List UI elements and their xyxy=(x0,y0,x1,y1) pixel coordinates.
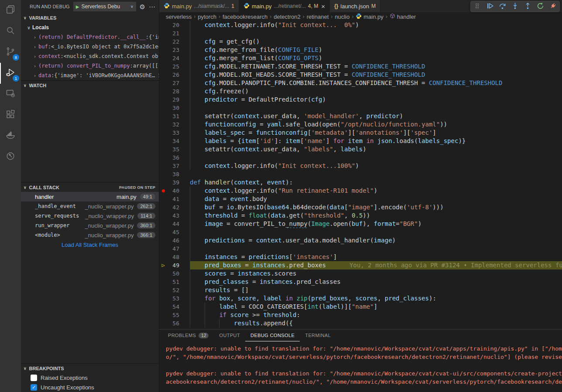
gutter[interactable]: 43 xyxy=(159,211,190,220)
gutter[interactable]: 35 xyxy=(159,145,190,153)
code-line[interactable]: 22cfg = get_cfg() xyxy=(159,37,562,46)
variable-row[interactable]: ›context: <nuclio_sdk.context.Context ob… xyxy=(21,51,159,61)
code-line[interactable]: 20context.logger.info("Init context... 0… xyxy=(159,21,562,29)
code-line[interactable]: 42buf = io.BytesIO(base64.b64decode(data… xyxy=(159,203,562,211)
code-text[interactable]: instances = predictions['instances'] xyxy=(190,253,562,261)
editor-tab-launch.json[interactable]: {}launch.jsonM xyxy=(330,0,380,12)
gutter[interactable]: 27 xyxy=(159,79,190,87)
code-line[interactable]: 35setattr(context.user_data, "labels", l… xyxy=(159,145,562,153)
panel-tab-output[interactable]: OUTPUT xyxy=(214,330,245,341)
gutter[interactable]: 22 xyxy=(159,37,190,46)
code-text[interactable]: cfg.freeze() xyxy=(190,87,562,95)
code-text[interactable]: scores = instances.scores xyxy=(190,269,562,278)
checkbox-unchecked[interactable] xyxy=(31,375,37,381)
editor-tab-main.py[interactable]: main.py.../retinanet/...4, M× xyxy=(239,0,330,12)
code-text[interactable]: cfg.MODEL.ROI_HEADS.SCORE_THRESH_TEST = … xyxy=(190,71,562,79)
code-text[interactable]: cfg.MODEL.RETINANET.SCORE_THRESH_TEST = … xyxy=(190,62,562,71)
gutter[interactable]: 37 xyxy=(159,162,190,170)
variable-row[interactable]: ›buf: <_io.BytesIO object at 0x7f5a2dc1e… xyxy=(21,42,159,51)
current-step-icon[interactable]: ▷ xyxy=(159,261,167,269)
gutter[interactable]: 39 xyxy=(159,178,190,187)
breadcrumb-item-nuclio[interactable]: nuclio xyxy=(335,14,350,20)
gutter[interactable]: ▷49 xyxy=(159,261,190,269)
code-line[interactable]: 26cfg.MODEL.ROI_HEADS.SCORE_THRESH_TEST … xyxy=(159,71,562,79)
code-text[interactable]: def handler(context, event): xyxy=(190,178,562,187)
variables-scope-locals[interactable]: ∨ Locals xyxy=(21,23,159,32)
gutter[interactable]: 33 xyxy=(159,129,190,137)
gutter[interactable]: 44 xyxy=(159,220,190,228)
code-line[interactable]: 50scores = instances.scores xyxy=(159,269,562,278)
gutter[interactable]: 30 xyxy=(159,104,190,112)
gutter[interactable]: 50 xyxy=(159,269,190,278)
code-line[interactable]: 32functionconfig = yaml.safe_load(open("… xyxy=(159,120,562,129)
gutter[interactable]: ●40 xyxy=(159,187,190,195)
code-text[interactable]: predictions = context.user_data.model_ha… xyxy=(190,236,562,245)
variable-row[interactable]: ›(return) DefaultPredictor.__call__: {'i… xyxy=(21,32,159,42)
activity-source-control[interactable]: 8 xyxy=(0,42,21,63)
code-text[interactable]: cfg.MODEL.PANOPTIC_FPN.COMBINE.INSTANCES… xyxy=(190,79,562,87)
code-text[interactable]: cfg.merge_from_list(CONFIG_OPTS) xyxy=(190,54,562,62)
activity-gitlens[interactable] xyxy=(0,147,21,167)
code-line[interactable]: 51pred_classes = instances.pred_classes xyxy=(159,278,562,286)
call-stack-section-header[interactable]: ∨ CALL STACK PAUSED ON STEP xyxy=(21,182,159,192)
panel-tab-terminal[interactable]: TERMINAL xyxy=(300,330,336,341)
code-text[interactable]: cfg.merge_from_file(CONFIG_FILE) xyxy=(190,46,562,54)
breakpoints-section-header[interactable]: ∨ BREAKPOINTS xyxy=(21,363,159,373)
breakpoint-row[interactable]: ✓Uncaught Exceptions xyxy=(21,382,159,392)
gutter[interactable]: 28 xyxy=(159,87,190,95)
code-line[interactable]: ▷49pred_boxes = instances.pred_boxesYou,… xyxy=(159,261,562,269)
gutter[interactable]: 47 xyxy=(159,245,190,253)
more-actions-icon[interactable]: ⋯ xyxy=(149,3,155,10)
breadcrumb-item-retinanet[interactable]: retinanet xyxy=(307,14,329,20)
breadcrumb-item-handler[interactable]: handler xyxy=(390,13,416,20)
gutter[interactable]: 56 xyxy=(159,319,190,327)
code-line[interactable]: 34labels = {item['id']: item['name'] for… xyxy=(159,137,562,145)
code-line[interactable]: 45 xyxy=(159,228,562,236)
gutter[interactable]: 42 xyxy=(159,203,190,211)
step-over-button[interactable] xyxy=(499,2,506,11)
code-line[interactable]: 24cfg.merge_from_list(CONFIG_OPTS) xyxy=(159,54,562,62)
code-text[interactable]: pred_boxes = instances.pred_boxesYou, 2 … xyxy=(190,261,562,269)
gutter[interactable]: 26 xyxy=(159,71,190,79)
gutter[interactable]: 34 xyxy=(159,137,190,145)
disconnect-button[interactable] xyxy=(549,2,557,11)
toolbar-drag-handle[interactable] xyxy=(473,2,481,11)
gutter[interactable]: 46 xyxy=(159,236,190,245)
activity-explorer[interactable] xyxy=(0,0,21,21)
breakpoint-icon[interactable]: ● xyxy=(159,187,167,195)
code-text[interactable]: data = event.body xyxy=(190,195,562,203)
gutter[interactable]: 41 xyxy=(159,195,190,203)
activity-extensions[interactable] xyxy=(0,105,21,126)
gutter[interactable]: 45 xyxy=(159,228,190,236)
gutter[interactable]: 32 xyxy=(159,120,190,129)
code-line[interactable]: 30 xyxy=(159,104,562,112)
code-line[interactable]: ●40context.logger.info("Run retinanet-R1… xyxy=(159,187,562,195)
activity-remote-explorer[interactable] xyxy=(0,84,21,105)
breadcrumb-item-detectron2[interactable]: detectron2 xyxy=(274,14,300,20)
code-line[interactable]: 21 xyxy=(159,29,562,37)
code-text[interactable]: buf = io.BytesIO(base64.b64decode(data["… xyxy=(190,203,562,211)
gutter[interactable]: 53 xyxy=(159,294,190,303)
stack-frame-row[interactable]: serve_requests_nuclio_wrapper.py114:1 xyxy=(21,211,159,221)
code-line[interactable]: 37context.logger.info("Init context...10… xyxy=(159,162,562,170)
code-text[interactable]: label = COCO_CATEGORIES[int(label)]["nam… xyxy=(190,303,562,311)
code-line[interactable]: 28cfg.freeze() xyxy=(159,87,562,95)
breadcrumb-item-main.py[interactable]: main.py xyxy=(356,13,384,20)
stack-frame-row[interactable]: run_wrapper_nuclio_wrapper.py360:1 xyxy=(21,221,159,230)
code-text[interactable]: cfg = get_cfg() xyxy=(190,37,562,46)
code-line[interactable]: 29predictor = DefaultPredictor(cfg) xyxy=(159,95,562,104)
code-line[interactable]: 55if score >= threshold: xyxy=(159,311,562,319)
code-text[interactable]: context.logger.info("Init context...100%… xyxy=(190,162,562,170)
code-line[interactable]: 54label = COCO_CATEGORIES[int(label)]["n… xyxy=(159,303,562,311)
gutter[interactable]: 55 xyxy=(159,311,190,319)
code-text[interactable]: if score >= threshold: xyxy=(190,311,562,319)
activity-run-and-debug[interactable]: 1 xyxy=(0,63,21,84)
code-line[interactable]: 43threshold = float(data.get("threshold"… xyxy=(159,211,562,220)
code-line[interactable]: 39def handler(context, event): xyxy=(159,178,562,187)
continue-button[interactable] xyxy=(486,2,493,11)
breadcrumb-item-pytorch[interactable]: pytorch xyxy=(198,14,216,20)
code-text[interactable] xyxy=(190,104,562,112)
code-text[interactable]: results.append({ xyxy=(190,319,562,327)
code-line[interactable]: 31setattr(context.user_data, 'model_hand… xyxy=(159,112,562,120)
editor-tab-main.py[interactable]: main.py.../siammask/...1 xyxy=(159,0,239,12)
